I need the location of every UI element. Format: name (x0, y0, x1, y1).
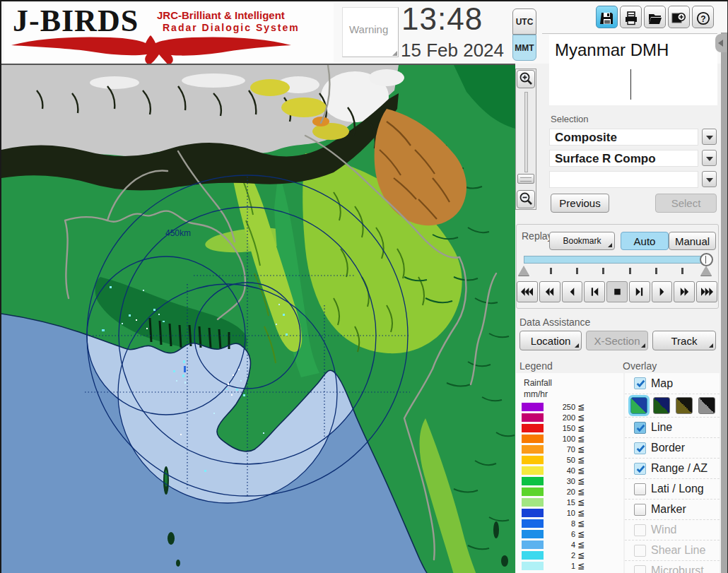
selection-dropdown-1[interactable]: Composite (549, 129, 698, 146)
chevron-down-icon (706, 136, 713, 140)
map-style-terrain-olive-black[interactable] (676, 397, 693, 414)
legend-row: 40≦ (522, 465, 585, 475)
add-image-button[interactable] (668, 6, 690, 28)
transport-fastest-forward-button[interactable] (696, 281, 717, 302)
overlay-item-border[interactable]: Border (625, 437, 720, 458)
legend-row: 100≦ (522, 433, 585, 444)
checkbox[interactable] (634, 377, 646, 389)
legend-swatch (522, 403, 544, 411)
legend-swatch (522, 488, 544, 496)
legend-le-sign: ≦ (577, 476, 585, 486)
zoom-out-button[interactable] (517, 190, 535, 208)
map-style-terrain-navy-green[interactable] (653, 397, 670, 414)
overlay-item-line[interactable]: Line (625, 417, 720, 437)
overlay-item-shear-line[interactable]: Shear Line (625, 540, 720, 560)
select-button[interactable]: Select (655, 194, 717, 213)
selection-dropdown-3-arrow[interactable] (702, 171, 717, 187)
legend-swatch (522, 477, 544, 485)
fastest-forward-icon (701, 288, 713, 296)
transport-stop-button[interactable] (606, 281, 628, 302)
bookmark-button[interactable]: Bookmark (549, 232, 615, 250)
legend-value: 70 (544, 445, 575, 454)
checkbox[interactable] (634, 483, 646, 495)
selection-dropdown-2-arrow[interactable] (702, 150, 717, 166)
map-style-terrain-color[interactable] (630, 397, 647, 414)
transport-rewind-button[interactable] (539, 281, 560, 302)
clock-date: 15 Feb 2024 (401, 40, 504, 61)
legend-swatch (522, 540, 544, 549)
selection-dropdown-1-arrow[interactable] (702, 129, 717, 145)
checkbox[interactable] (634, 442, 646, 454)
track-button[interactable]: Track (652, 331, 716, 350)
replay-slider-handle[interactable] (700, 253, 713, 266)
transport-step-forward-button[interactable] (629, 281, 650, 302)
transport-step-back-button[interactable] (584, 281, 605, 302)
legend-swatch (522, 456, 544, 464)
legend-row: 70≦ (522, 444, 585, 454)
open-file-button[interactable] (644, 6, 666, 28)
x-section-button[interactable]: X-Section (586, 331, 648, 350)
legend-value: 10 (544, 509, 575, 517)
timezone-mmt-button[interactable]: MMT (512, 35, 536, 61)
zoom-slider-track[interactable] (524, 92, 528, 172)
zoom-slider-handle[interactable] (517, 174, 534, 184)
print-button[interactable] (620, 6, 642, 28)
checkbox[interactable] (634, 504, 646, 516)
logo-subtitle-2: Radar Dialogic System (163, 22, 300, 33)
warning-panel[interactable]: Warning (342, 7, 399, 57)
timezone-utc-button[interactable]: UTC (512, 8, 536, 35)
checkbox[interactable] (634, 545, 646, 557)
overlay-label-text: Microburst (651, 565, 704, 573)
chevron-down-icon (706, 157, 713, 161)
collapse-left-icon (718, 40, 723, 47)
map-style-terrain-gray-black[interactable] (698, 397, 715, 414)
play-icon (656, 288, 668, 296)
help-button[interactable]: ? (692, 6, 714, 28)
transport-play-button[interactable] (652, 281, 673, 302)
replay-manual-button[interactable]: Manual (669, 232, 716, 250)
slider-end-marker[interactable] (700, 266, 712, 276)
resize-grip-icon[interactable] (392, 51, 397, 56)
checkbox[interactable] (634, 565, 646, 573)
panel-collapse-tab[interactable] (715, 34, 727, 52)
transport-play-reverse-button[interactable] (562, 281, 583, 302)
slider-start-marker[interactable] (518, 266, 529, 276)
legend-swatch (522, 435, 544, 443)
overlay-item-range-az[interactable]: Range / AZ (625, 458, 720, 478)
legend-le-sign: ≦ (577, 519, 585, 528)
zoom-in-button[interactable] (517, 70, 535, 88)
overlay-item-wind[interactable]: Wind (625, 519, 720, 540)
legend-value: 250 (544, 403, 575, 411)
checkbox[interactable] (634, 422, 646, 434)
checkbox[interactable] (634, 524, 646, 536)
rewind-icon (544, 288, 556, 296)
overlay-item-microburst[interactable]: Microburst (625, 560, 720, 573)
overlay-item-lati-long[interactable]: Lati / Long (625, 478, 720, 499)
map-viewport[interactable]: 450km (1, 64, 515, 573)
overlay-item-marker[interactable]: Marker (625, 499, 720, 519)
legend-swatch (522, 519, 544, 528)
overlay-item-map[interactable]: Map (625, 373, 720, 394)
selection-dropdown-3[interactable] (549, 171, 698, 188)
legend-row: 250≦ (522, 401, 585, 412)
logo-title: J-BIRDS (13, 3, 139, 39)
transport-fast-rewind-button[interactable] (517, 281, 538, 302)
replay-auto-button[interactable]: Auto (621, 232, 669, 250)
save-button[interactable] (596, 6, 618, 28)
legend-swatch (522, 466, 544, 475)
selection-dropdown-2[interactable]: Surface R Compo (549, 150, 698, 167)
legend-value: 15 (544, 498, 575, 507)
site-title: Myanmar DMH (555, 40, 669, 60)
slider-tick (602, 268, 604, 274)
jbirds-window: J-BIRDS JRC-Brilliant & Intelligent Rada… (0, 0, 728, 573)
replay-slider-track[interactable] (524, 256, 708, 264)
save-icon (600, 11, 614, 25)
checkbox[interactable] (634, 463, 646, 475)
overlay-label-text: Shear Line (651, 544, 705, 557)
previous-button[interactable]: Previous (551, 194, 609, 213)
legend-row: 20≦ (522, 486, 585, 497)
transport-fast-forward-button[interactable] (674, 281, 695, 302)
legend-le-sign: ≦ (577, 402, 585, 412)
location-button[interactable]: Location (519, 331, 582, 350)
overlay-label-text: Line (651, 421, 672, 434)
